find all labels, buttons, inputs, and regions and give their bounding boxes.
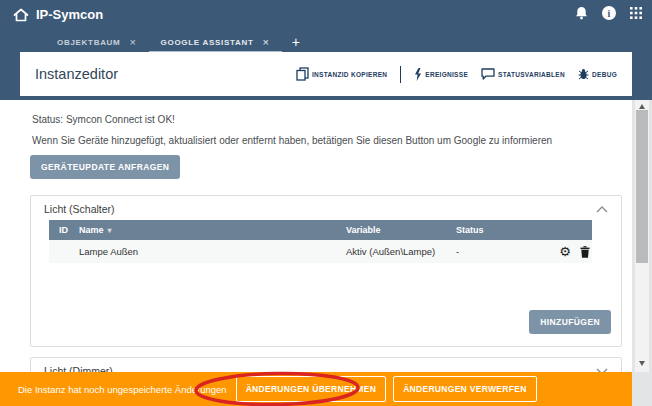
lightning-icon bbox=[414, 68, 422, 81]
column-header-status[interactable]: Status bbox=[456, 225, 546, 235]
collapse-chevron-up-icon[interactable] bbox=[596, 206, 608, 213]
ip-symcon-window: IP-Symcon i OBJEKTBAUM × GOOGLE ASSISTAN… bbox=[0, 0, 652, 406]
status-text: Status: Symcon Connect ist OK! bbox=[32, 114, 632, 125]
app-title: IP-Symcon bbox=[36, 7, 103, 22]
panel-licht-dimmer-header[interactable]: Licht (Dimmer) bbox=[31, 358, 621, 372]
scroll-up-icon[interactable] bbox=[639, 104, 645, 109]
copy-instance-id-label: INSTANZID KOPIEREN bbox=[312, 71, 387, 78]
table-row-lampe-aussen[interactable]: Lampe Außen Aktiv (Außen\Lampe) - ⚙ bbox=[49, 240, 592, 263]
device-table: ID Name▾ Variable Status Lampe Außen Akt… bbox=[49, 220, 592, 263]
topbar-icons: i bbox=[575, 6, 642, 20]
scroll-down-icon[interactable] bbox=[639, 361, 645, 366]
new-tab-button[interactable]: + bbox=[282, 34, 310, 50]
table-header-row: ID Name▾ Variable Status bbox=[49, 220, 592, 240]
instance-editor-content: Status: Symcon Connect ist OK! Wenn Sie … bbox=[0, 100, 632, 372]
tab-google-assistant[interactable]: GOOGLE ASSISTANT × bbox=[149, 34, 282, 50]
tab-label: OBJEKTBAUM bbox=[57, 38, 120, 47]
panel-licht-schalter-header[interactable]: Licht (Schalter) bbox=[31, 196, 621, 220]
app-brand[interactable]: IP-Symcon bbox=[13, 7, 103, 22]
copy-icon bbox=[296, 67, 309, 81]
settings-gear-icon[interactable]: ⚙ bbox=[559, 246, 571, 258]
apps-grid-icon[interactable] bbox=[630, 7, 642, 19]
apply-changes-button[interactable]: ÄNDERUNGEN ÜBERNEHMEN bbox=[236, 376, 387, 402]
column-header-id[interactable]: ID bbox=[59, 225, 79, 235]
scrollbar-thumb[interactable] bbox=[636, 110, 648, 263]
events-label: EREIGNISSE bbox=[425, 71, 468, 78]
toolbar-separator bbox=[400, 66, 401, 83]
speech-bubble-icon bbox=[481, 68, 495, 80]
debug-label: DEBUG bbox=[592, 71, 617, 78]
cell-variable: Aktiv (Außen\Lampe) bbox=[346, 246, 456, 257]
panel-licht-schalter: Licht (Schalter) ID Name▾ Variable Statu… bbox=[30, 195, 622, 347]
discard-changes-button[interactable]: ÄNDERUNGEN VERWERFEN bbox=[393, 376, 536, 402]
notifications-bell-icon[interactable] bbox=[575, 6, 588, 20]
info-icon[interactable]: i bbox=[602, 6, 616, 20]
cell-status: - bbox=[456, 246, 546, 257]
tab-objektbaum[interactable]: OBJEKTBAUM × bbox=[45, 34, 149, 50]
panel-title: Licht (Dimmer) bbox=[44, 365, 113, 372]
home-icon bbox=[13, 8, 29, 22]
delete-trash-icon[interactable] bbox=[580, 246, 590, 258]
panel-licht-dimmer: Licht (Dimmer) bbox=[30, 357, 622, 372]
events-button[interactable]: EREIGNISSE bbox=[414, 68, 468, 81]
bug-icon bbox=[578, 68, 589, 80]
debug-button[interactable]: DEBUG bbox=[578, 68, 617, 80]
header-actions: INSTANZID KOPIEREN EREIGNISSE STATUSVARI… bbox=[296, 66, 617, 83]
copy-instance-id-button[interactable]: INSTANZID KOPIEREN bbox=[296, 67, 387, 81]
panel-title: Licht (Schalter) bbox=[44, 203, 115, 215]
tab-bar: OBJEKTBAUM × GOOGLE ASSISTANT × + bbox=[45, 34, 310, 50]
info-icon-glyph: i bbox=[608, 8, 611, 19]
close-tab-icon[interactable]: × bbox=[263, 36, 270, 48]
panel-footer: HINZUFÜGEN bbox=[31, 263, 621, 346]
tab-label: GOOGLE ASSISTANT bbox=[161, 38, 254, 47]
sort-desc-icon: ▾ bbox=[108, 226, 112, 235]
status-variables-label: STATUSVARIABLEN bbox=[498, 71, 565, 78]
column-header-name[interactable]: Name▾ bbox=[79, 225, 346, 235]
add-device-button[interactable]: HINZUFÜGEN bbox=[529, 310, 611, 334]
page-title: Instanzeditor bbox=[35, 66, 118, 82]
close-tab-icon[interactable]: × bbox=[129, 36, 136, 48]
row-actions: ⚙ bbox=[546, 246, 592, 258]
vertical-scrollbar[interactable] bbox=[632, 100, 652, 406]
hint-text: Wenn Sie Geräte hinzugefügt, aktualisier… bbox=[32, 135, 632, 146]
column-header-variable[interactable]: Variable bbox=[346, 225, 456, 235]
unsaved-changes-message: Die Instanz hat noch ungespeicherte Ände… bbox=[18, 384, 227, 395]
cell-name: Lampe Außen bbox=[79, 246, 346, 257]
unsaved-changes-bar: Die Instanz hat noch ungespeicherte Ände… bbox=[0, 372, 632, 406]
request-device-update-button[interactable]: GERÄTEUPDATE ANFRAGEN bbox=[30, 155, 180, 179]
instance-editor-header: Instanzeditor INSTANZID KOPIEREN EREIGNI… bbox=[20, 52, 632, 96]
status-variables-button[interactable]: STATUSVARIABLEN bbox=[481, 68, 565, 80]
